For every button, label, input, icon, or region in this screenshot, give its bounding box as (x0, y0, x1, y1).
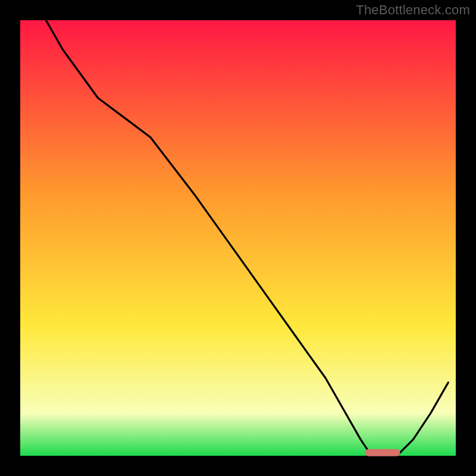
plot-gradient-bg (19, 19, 457, 457)
bottleneck-chart (0, 0, 476, 476)
chart-stage: TheBottleneck.com (0, 0, 476, 476)
optimal-zone-marker (365, 449, 400, 456)
watermark-text: TheBottleneck.com (356, 2, 470, 18)
